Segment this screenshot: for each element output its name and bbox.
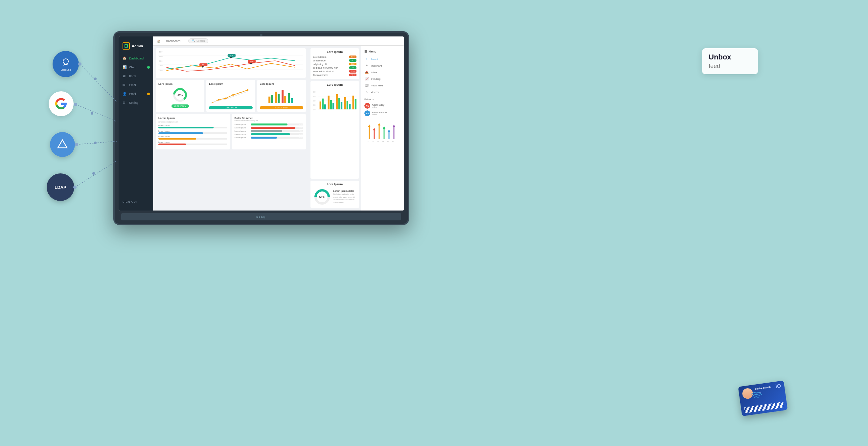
search-input[interactable]: Search	[196, 39, 205, 42]
donut-panel-row: 50% Lorem ipsum dolor Sed ut perspiciati…	[313, 188, 356, 206]
svg-text:200: 200	[159, 65, 162, 67]
classlink-icon	[60, 58, 71, 68]
progress-label-1: Lorem ipsum	[158, 125, 227, 126]
svg-rect-45	[322, 98, 323, 109]
feed-text: feed	[709, 63, 751, 70]
svg-point-25	[247, 89, 249, 91]
friend-info-2: Smith Summer online	[372, 112, 400, 116]
svg-marker-79	[58, 140, 67, 148]
progress-bar-fill-3	[158, 138, 196, 139]
svg-rect-33	[291, 98, 293, 103]
svg-marker-63	[373, 128, 375, 130]
hbar-val-5: 90%	[299, 137, 303, 138]
stats-card-1: Lore Ipsum Lorem ipsum 634 consectetuer …	[310, 48, 359, 79]
social-item-trending[interactable]: 📈 trending	[361, 75, 403, 82]
form-icon: 🖥	[123, 74, 127, 78]
mini-line-svg	[209, 87, 252, 105]
progress-card: Lorem ipsum consectetuer adipiscing elit…	[156, 114, 230, 150]
bar-chart-title: Lore Ipsum	[313, 83, 356, 86]
sidebar-admin-label: Admin	[132, 44, 143, 48]
svg-rect-44	[320, 101, 321, 109]
svg-text:L6: L6	[392, 140, 394, 142]
floating-id-card: Denise Blanch ID Card iO	[738, 381, 787, 416]
sidebar-item-profil[interactable]: 👤 Profil	[119, 90, 153, 98]
social-item-important[interactable]: ⚑ important	[361, 62, 403, 69]
sidebar-item-chart[interactable]: 📊 Chart	[119, 63, 153, 71]
progress-bar-fill-1	[158, 127, 214, 128]
unbox-panel: Unbox feed	[702, 48, 758, 74]
hbar-fill-4	[251, 133, 290, 135]
sidebar-item-setting[interactable]: ⚙ Setting	[119, 98, 153, 107]
ldap-circle[interactable]: LDAP	[46, 173, 74, 201]
stat-label-5: euismod tincidunt ut	[313, 70, 334, 72]
stat-label-6: Duis autem vel	[313, 74, 328, 76]
sidebar-nav: 🏠 Dashboard 📊 Chart 🖥 Form ✉ Email	[119, 54, 153, 197]
newsfeed-label: news feed	[371, 84, 383, 87]
svg-rect-29	[278, 94, 280, 103]
monitor-screen: Admin 🏠 Dashboard 📊 Chart 🖥 Fo	[119, 36, 404, 211]
play-icon: ▷	[364, 90, 369, 94]
social-item-inbox[interactable]: 📥 inbox	[361, 69, 403, 75]
big-donut: 50%	[313, 188, 331, 206]
svg-text:L4: L4	[382, 140, 384, 142]
svg-rect-51	[338, 98, 340, 109]
friend-row-1: AS Adam Suley online	[364, 103, 400, 109]
donut-panel-title: Lore Ipsum	[313, 183, 356, 186]
wifi-svg	[750, 390, 763, 401]
hbar-5: Lorem ipsum 90%	[235, 137, 304, 138]
signout-button[interactable]: SIGN OUT	[119, 197, 153, 206]
sidebar-item-dashboard[interactable]: 🏠 Dashboard	[119, 54, 153, 62]
hbar-fill-3	[251, 130, 282, 132]
svg-text:100: 100	[313, 109, 316, 111]
email-icon: ✉	[123, 83, 127, 87]
monitor-body: Admin 🏠 Dashboard 📊 Chart 🖥 Fo	[113, 31, 409, 225]
social-menu-header: ☰ Menu	[361, 48, 403, 56]
social-item-favorit[interactable]: ☆ favorit	[361, 56, 403, 62]
star-icon: ☆	[364, 58, 369, 61]
hbar-fill-1	[251, 124, 287, 125]
svg-text:200: 200	[250, 61, 253, 62]
stat-row-6: Duis autem vel 434	[313, 73, 356, 76]
stat-badge-6: 434	[349, 73, 356, 76]
profil-badge	[147, 93, 150, 95]
svg-rect-54	[347, 101, 348, 109]
line-chart-svg: 500 400 300 200 100	[158, 51, 303, 74]
sidebar-item-form[interactable]: 🖥 Form	[119, 72, 153, 80]
svg-rect-27	[271, 95, 273, 103]
hbar-label-5: Lorem ipsum	[235, 137, 249, 138]
sidebar-setting-label: Setting	[129, 101, 138, 104]
sidebar-logo: Admin	[119, 40, 153, 54]
center-panels: 500 400 300 200 100	[153, 46, 309, 211]
hbar-label-4: Lorem ipsum	[235, 133, 249, 135]
hbar-label-2: Lorem ipsum	[235, 127, 249, 129]
progress-card-subtitle: consectetuer adipiscing elit.	[158, 121, 227, 123]
friend-row-2: SS Smith Summer online	[364, 110, 400, 116]
progress-bar-bg-1	[158, 127, 227, 128]
svg-rect-52	[341, 102, 342, 109]
profil-icon: 👤	[123, 92, 127, 96]
classlink-circle[interactable]: ClassLink	[53, 51, 79, 77]
svg-point-10	[202, 66, 204, 68]
sidebar-dashboard-label: Dashboard	[129, 57, 144, 60]
stat-badge-1: 634	[349, 56, 356, 58]
favorit-label: favorit	[371, 58, 378, 61]
card-bar: Lore Ipsum	[257, 80, 306, 112]
stat-label-3: adipiscing elit	[313, 63, 327, 65]
donut-text-col: Lorem ipsum dolor Sed ut perspiciatis un…	[333, 190, 356, 204]
svg-text:100: 100	[159, 70, 162, 71]
progress-bar-bg-3	[158, 138, 227, 139]
svg-text:500: 500	[313, 91, 316, 93]
bar-chart-large: Lore Ipsum 500 400 300 200 100	[310, 81, 359, 179]
social-item-newsfeed[interactable]: 📰 news feed	[361, 82, 403, 89]
svg-rect-28	[275, 92, 277, 103]
google-circle[interactable]	[49, 91, 73, 116]
breadcrumb: Dashboard	[166, 39, 180, 43]
arrow-circle[interactable]	[50, 132, 75, 157]
social-item-videos[interactable]: ▷ videos	[361, 89, 403, 95]
hbar-2: Lorem ipsum 60%	[235, 127, 304, 129]
donut-body-text: Sed ut perspiciatis unde omnis iste natu…	[333, 193, 356, 204]
sidebar-item-email[interactable]: ✉ Email	[119, 81, 153, 89]
progress-bar-fill-4	[158, 144, 186, 145]
card-bar-badge: LORE IPSUM	[260, 106, 303, 109]
search-bar[interactable]: 🔍 Search	[188, 38, 208, 43]
